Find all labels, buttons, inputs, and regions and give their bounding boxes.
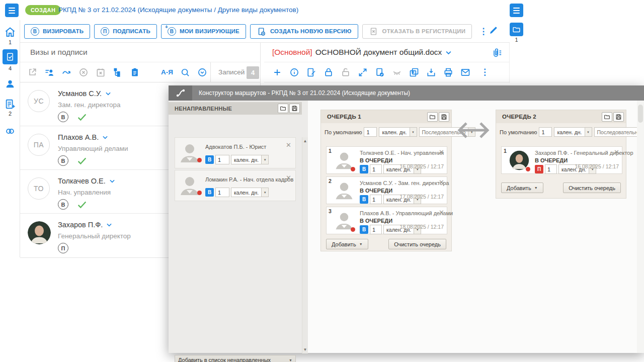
remove-item-icon[interactable]: ✕	[439, 209, 444, 216]
avatar-silhouette	[178, 141, 201, 166]
unassigned-item[interactable]: Адвокатов П.Б. - Юрист В кален. дн.▼ ✕	[175, 137, 296, 168]
unassigned-person-name: Адвокатов П.Б. - Юрист	[205, 144, 266, 150]
person-role: Нач. управления	[58, 189, 111, 196]
open-in-new-icon[interactable]	[27, 67, 37, 77]
sidebar-item-home[interactable]: 1	[0, 26, 20, 45]
sidebar-item-links[interactable]	[0, 126, 20, 137]
add-button[interactable]: Добавить ▼	[501, 183, 543, 193]
queue-1-title: ОЧЕРЕДЬ 1	[327, 114, 426, 120]
person-role: Генеральный директор	[58, 232, 131, 240]
modal-titlebar[interactable]: Конструктор маршрутов - РКПД № 3 от 21.0…	[169, 85, 644, 101]
divider	[210, 62, 211, 82]
edit-pencil-icon[interactable]	[488, 25, 499, 38]
circle-x-icon[interactable]	[78, 67, 89, 77]
sign-button[interactable]: П ПОДПИСАТЬ	[94, 24, 157, 39]
queue-item[interactable]: 3 Плахов А.В. - Управляющий делами В ОЧЕ…	[326, 207, 447, 234]
print-icon[interactable]	[443, 67, 453, 77]
unit-select[interactable]: кален. дн.▼	[231, 188, 269, 197]
copy-add-icon[interactable]	[409, 67, 419, 77]
scroll-thumb[interactable]	[638, 105, 643, 123]
unit-select[interactable]: кален. дн.▼	[231, 155, 269, 164]
chevron-down-icon[interactable]	[105, 90, 112, 97]
load-queue-button[interactable]	[427, 112, 438, 122]
remove-item-icon[interactable]: ✕	[286, 142, 291, 148]
save-version-icon[interactable]	[426, 67, 436, 77]
eye-off-icon[interactable]	[392, 67, 402, 77]
person-name: Захаров П.Ф.	[58, 221, 103, 229]
default-days-input[interactable]	[364, 127, 377, 137]
queue-item[interactable]: 1 Толкачев О.Е. - Нач. управления В ОЧЕР…	[326, 146, 447, 174]
scroll-up-icon[interactable]: ▲	[302, 139, 308, 143]
clear-queue-button[interactable]: Очистить очередь	[563, 183, 621, 193]
tree-icon[interactable]	[113, 67, 123, 77]
add-button[interactable]: Добавить ▼	[326, 239, 368, 249]
clear-queue-button[interactable]: Очистить очередь	[388, 239, 446, 249]
add-icon[interactable]	[272, 67, 282, 77]
people-list-icon[interactable]	[44, 67, 54, 77]
doc-more-icon[interactable]: ⋮	[477, 68, 492, 76]
days-input[interactable]	[545, 164, 557, 174]
app-root: СОЗДАН РКПД № 3 от 21.02.2024 (Исходящие…	[0, 0, 644, 362]
default-unit-select[interactable]: кален. дн.▼	[379, 127, 417, 137]
remove-item-icon[interactable]: ✕	[439, 149, 444, 155]
refuse-registration-button[interactable]: ОТКАЗАТЬ В РЕГИСТРАЦИИ	[362, 24, 472, 39]
clipboard-icon[interactable]	[130, 67, 140, 77]
default-days-input[interactable]	[539, 127, 552, 137]
action-toolbar: В ВИЗИРОВАТЬ П ПОДПИСАТЬ + В МОИ ВИЗИРУЮ…	[20, 20, 510, 43]
search-icon[interactable]	[180, 67, 190, 77]
save-queue-button[interactable]	[613, 112, 624, 122]
chevron-down-icon[interactable]	[102, 134, 109, 141]
mail-icon[interactable]	[460, 67, 470, 77]
sidebar-item-person[interactable]	[0, 78, 20, 89]
queue-item[interactable]: 1 Захаров П.Ф. - Генеральный директор В …	[501, 146, 622, 174]
save-queue-button[interactable]	[439, 112, 449, 122]
folder-button[interactable]	[510, 23, 523, 36]
attachments-icon[interactable]	[491, 47, 502, 60]
days-input[interactable]	[370, 195, 382, 204]
expand-icon[interactable]	[358, 67, 368, 77]
my-visas-button-label: МОИ ВИЗИРУЮЩИЕ	[180, 28, 239, 34]
queue-item[interactable]: 2 Усманов С.У. - Зам. ген. директора В О…	[326, 176, 447, 204]
save-list-button[interactable]	[289, 104, 300, 113]
chevron-circle-icon[interactable]	[197, 67, 207, 77]
unassigned-item[interactable]: Ломакин Р.А. - Нач. отдела кадров В кале…	[175, 170, 296, 201]
sort-az-button[interactable]: А-Я	[161, 68, 173, 76]
unassigned-scrollbar[interactable]: ▲ ▼	[302, 137, 308, 353]
add-to-unassigned-dropdown[interactable]: Добавить в список ненаправленных ▼	[175, 355, 296, 362]
queue-position: 3	[329, 208, 332, 214]
sidebar-item-doc-add[interactable]: 2	[0, 99, 20, 117]
right-menu-icon[interactable]	[510, 4, 523, 17]
dropdown-arrow-icon: ▼	[534, 186, 538, 190]
add-button-label: Добавить	[332, 241, 356, 247]
route-icon[interactable]	[61, 67, 71, 77]
document-filename: ОСНОВНОЙ документ общий.docx	[315, 48, 442, 57]
avatar-silhouette	[334, 180, 355, 203]
days-input[interactable]	[370, 164, 382, 174]
chevron-down-icon[interactable]	[106, 221, 113, 228]
scroll-down-icon[interactable]: ▼	[302, 347, 308, 352]
sidebar-item-tasks[interactable]: 4	[0, 49, 20, 71]
chevron-down-icon[interactable]	[445, 49, 452, 56]
modal-scrollbar[interactable]	[637, 101, 644, 353]
document-edit-icon[interactable]	[306, 67, 316, 77]
remove-item-icon[interactable]: ✕	[439, 179, 444, 186]
remove-item-icon[interactable]: ✕	[286, 174, 291, 181]
visa-button[interactable]: В ВИЗИРОВАТЬ	[24, 24, 90, 39]
link-icon	[5, 126, 16, 137]
info-icon[interactable]	[289, 67, 299, 77]
load-queue-button[interactable]	[602, 112, 612, 122]
remove-item-icon[interactable]: ✕	[614, 149, 619, 155]
lock-icon[interactable]	[324, 67, 334, 77]
days-input[interactable]	[215, 155, 229, 164]
days-input[interactable]	[215, 188, 229, 197]
calendar-x-icon[interactable]	[96, 67, 106, 77]
chevron-down-icon[interactable]	[109, 177, 116, 185]
default-unit-select[interactable]: кален. дн.▼	[554, 127, 592, 137]
my-visas-button[interactable]: + В МОИ ВИЗИРУЮЩИЕ	[161, 24, 246, 39]
menu-icon[interactable]	[5, 4, 19, 17]
unlock-icon[interactable]	[341, 67, 351, 77]
new-version-button[interactable]: СОЗДАТЬ НОВУЮ ВЕРСИЮ	[250, 24, 358, 39]
load-list-button[interactable]	[278, 104, 288, 113]
document-approve-icon[interactable]	[375, 67, 385, 77]
days-input[interactable]	[370, 225, 382, 234]
